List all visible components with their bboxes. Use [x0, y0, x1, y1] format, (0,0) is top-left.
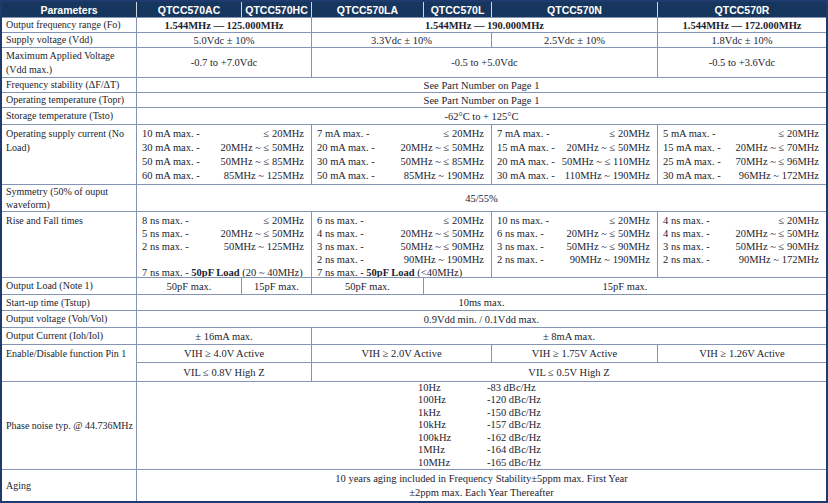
param-label: Output Load (Note 1): [2, 278, 137, 294]
row-output-frequency-range: Output frequency range (Fo)1.544MHz — 12…: [2, 18, 826, 33]
column-header-model: QTCC570N: [492, 2, 658, 17]
row-values: 10ms max.: [137, 295, 826, 310]
cell-operating-supply-current: 10 mA max. -≤ 20MHz30 mA max. -20MHz ~ ≤…: [137, 125, 312, 184]
cell-output-load: 15pF max.: [424, 278, 826, 294]
row-values: 0.9Vdd min. / 0.1Vdd max.: [137, 311, 826, 327]
row-values: -0.7 to +7.0Vdc-0.5 to +5.0Vdc-0.5 to +3…: [137, 48, 826, 77]
value-text: See Part Number on Page 1: [137, 95, 826, 106]
load-text: 7 ns max. -: [142, 267, 191, 277]
phase-noise-offset: 10MHz: [418, 457, 487, 469]
value-range-line: 25 mA max. -70MHz ~ ≤ 96MHz: [658, 155, 826, 169]
cell-operating-supply-current: 5 mA max. -≤ 20MHz15 mA max. -20MHz ~ ≤ …: [658, 125, 826, 184]
param-label: Operating temperature (Topr): [2, 93, 137, 107]
cell-max-applied-voltage: -0.5 to +3.6Vdc: [658, 48, 826, 77]
load-text: 50pF Load: [191, 267, 239, 277]
value-range-line: 6 ns max. -20MHz ~ ≤ 50MHz: [492, 227, 657, 240]
cell-supply-voltage: 3.3Vdc ± 10%: [312, 33, 492, 47]
range-limit: 4 ns max. -: [663, 214, 710, 227]
row-frequency-stability: Frequency stability (ΔF/ΔT)See Part Numb…: [2, 78, 826, 93]
range-frequency: 20MHz ~ ≤ 50MHz: [567, 141, 650, 155]
load-text: 7 ns max. -: [317, 267, 366, 277]
value-range-line: 2 ns max. -90MHz ~ 172MHz: [658, 253, 826, 266]
range-limit: 50 mA max. -: [317, 169, 375, 183]
range-frequency: ≤ 20MHz: [444, 214, 484, 227]
value-text: -0.5 to +5.0Vdc: [312, 57, 657, 68]
range-frequency: 90MHz ~ 190MHz: [570, 253, 650, 266]
value-text: VIH ≥ 2.0V Active: [312, 348, 491, 359]
row-values: 10 mA max. -≤ 20MHz30 mA max. -20MHz ~ ≤…: [137, 125, 826, 184]
param-label: Output voltage (Voh/Vol): [2, 311, 137, 327]
phase-noise-line: 100Hz-120 dBc/Hz: [137, 394, 826, 407]
value-range-line: 15 mA max. -20MHz ~ ≤ 50MHz: [492, 141, 657, 155]
value-text: 50pF max.: [137, 281, 241, 292]
value-text: 1.8Vdc ± 10%: [658, 35, 826, 46]
range-limit: 7 mA max. -: [497, 127, 550, 141]
range-limit: 10 ns max. -: [497, 214, 549, 227]
range-limit: 30 mA max. -: [497, 169, 555, 183]
range-limit: 7 mA max. -: [317, 127, 370, 141]
value-range-line: 4 ns max. -20MHz ~ ≤ 50MHz: [658, 227, 826, 240]
range-limit: 5 mA max. -: [663, 127, 716, 141]
param-label: Operating supply current (No Load): [2, 125, 137, 184]
range-limit: 2 ns max. -: [663, 253, 710, 266]
row-values: ± 16mA max.± 8mA max.: [137, 328, 826, 344]
value-text: VIL ≤ 0.8V High Z: [137, 367, 311, 378]
value-range-line: 7 mA max. -≤ 20MHz: [492, 127, 657, 141]
range-frequency: 85MHz ~ 190MHz: [404, 169, 484, 183]
value-text: VIH ≥ 1.26V Active: [658, 348, 826, 359]
cell-rise-fall-times: 6 ns max. -≤ 20MHz4 ns max. -20MHz ~ ≤ 5…: [312, 212, 492, 277]
cell-symmetry: 45/55%: [137, 185, 826, 211]
row-values: 45/55%: [137, 185, 826, 211]
range-limit: 4 ns max. -: [663, 227, 710, 240]
range-frequency: 20MHz ~ ≤ 50MHz: [736, 227, 819, 240]
range-limit: 2 ns max. -: [317, 253, 364, 266]
param-label: Enable/Disable function Pin 1: [2, 345, 137, 381]
range-limit: 15 mA max. -: [497, 141, 555, 155]
cell-rise-fall-times: 10 ns max. -≤ 20MHz6 ns max. -20MHz ~ ≤ …: [492, 212, 658, 277]
param-label: Maximum Applied Voltage (Vdd max.): [2, 48, 137, 77]
value-text: [137, 253, 311, 266]
value-range-line: 3 ns max. -50MHz ~ ≤ 90MHz: [312, 240, 491, 253]
range-frequency: ≤ 20MHz: [264, 214, 304, 227]
phase-noise-value: -83 dBc/Hz: [487, 382, 536, 393]
phase-noise-line: 1kHz-150 dBc/Hz: [137, 407, 826, 420]
value-range-line: 3 ns max. -50MHz ~ ≤ 90MHz: [492, 240, 657, 253]
value-range-line: 4 ns max. -≤ 20MHz: [658, 214, 826, 227]
row-aging: Aging10 years aging included in Frequenc…: [2, 470, 826, 501]
value-text: -0.7 to +7.0Vdc: [137, 57, 311, 68]
range-limit: 30 mA max. -: [317, 155, 375, 169]
value-load-line: 7 ns max. - 50pF Load (20 ~ 40MHz): [137, 266, 311, 277]
cell-output-load: 50pF max.: [312, 278, 424, 294]
param-label: Symmetry (50% of ouput waveform): [2, 185, 137, 211]
cell-frequency-stability: See Part Number on Page 1: [137, 78, 826, 92]
range-limit: 20 mA max. -: [317, 141, 375, 155]
value-text: VIH ≥ 1.75V Active: [492, 348, 657, 359]
range-frequency: 20MHz ~ ≤ 50MHz: [221, 141, 304, 155]
value-range-line: 10 mA max. -≤ 20MHz: [137, 127, 311, 141]
range-frequency: 50MHz ~ ≤ 90MHz: [567, 240, 650, 253]
value-range-line: 6 ns max. -≤ 20MHz: [312, 214, 491, 227]
value-range-line: 30 mA max. -50MHz ~ ≤ 85MHz: [312, 155, 491, 169]
cell-output-frequency-range: 1.544MHz — 190.000MHz: [312, 18, 658, 32]
range-frequency: 70MHz ~ ≤ 96MHz: [736, 155, 819, 169]
value-range-line: 20 mA max. -50MHz ~ ≤ 110MHz: [492, 155, 657, 169]
cell-output-load: 15pF max.: [242, 278, 312, 294]
range-limit: 3 ns max. -: [317, 240, 364, 253]
value-text: 1.544MHz — 125.000MHz: [137, 20, 311, 31]
range-frequency: 20MHz ~ ≤ 50MHz: [567, 227, 650, 240]
range-limit: 6 ns max. -: [497, 227, 544, 240]
cell-output-frequency-range: 1.544MHz — 125.000MHz: [137, 18, 312, 32]
range-frequency: 50MHz ~ ≤ 90MHz: [736, 240, 819, 253]
range-limit: 50 mA max. -: [142, 155, 200, 169]
range-limit: 4 ns max. -: [317, 227, 364, 240]
cell-supply-voltage: 2.5Vdc ± 10%: [492, 33, 658, 47]
value-text: -0.5 to +3.6Vdc: [658, 57, 826, 68]
range-frequency: 90MHz ~ 172MHz: [739, 253, 819, 266]
column-header-model: QTCC570R: [658, 2, 826, 17]
cell-enable-disable-pin1: VIL ≤ 0.8V High Z: [137, 363, 312, 381]
cell-enable-disable-pin1: VIH ≥ 2.0V Active: [312, 345, 492, 362]
range-frequency: 85MHz ~ 125MHz: [224, 169, 304, 183]
row-values: 10Hz-83 dBc/Hz100Hz-120 dBc/Hz1kHz-150 d…: [137, 382, 826, 469]
row-rise-fall-times: Rise and Fall times8 ns max. -≤ 20MHz5 n…: [2, 212, 826, 278]
column-header-model: QTCC570AC: [137, 2, 242, 17]
